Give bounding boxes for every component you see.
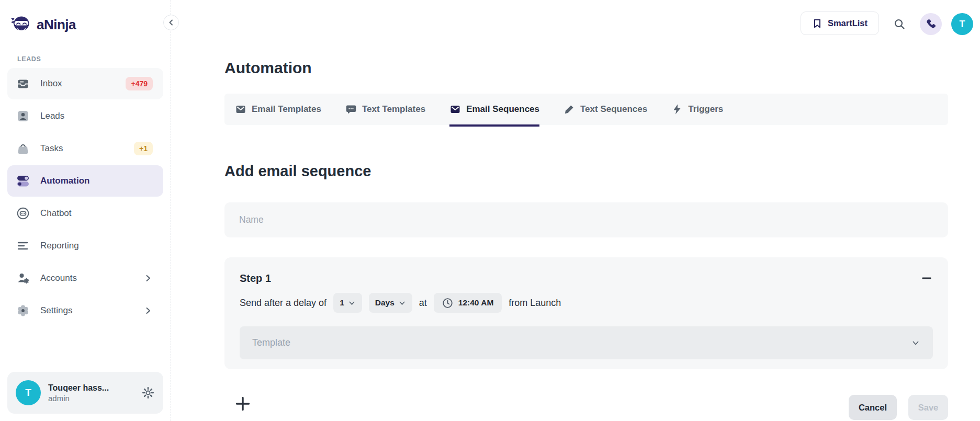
chevron-left-icon bbox=[167, 18, 175, 27]
time-value: 12:40 AM bbox=[458, 298, 493, 308]
tab-text-sequences[interactable]: Text Sequences bbox=[564, 94, 647, 125]
app-name: aNinja bbox=[37, 17, 76, 33]
sequence-name-input[interactable] bbox=[224, 202, 948, 237]
tasks-count-badge: +1 bbox=[134, 142, 153, 155]
sidebar-section-label: LEADS bbox=[17, 55, 163, 63]
app-root: aNinja LEADS Inbox +479 Leads bbox=[0, 0, 980, 421]
sidebar-item-label: Leads bbox=[40, 111, 64, 121]
form-footer: Cancel Save bbox=[224, 395, 948, 420]
automation-icon bbox=[16, 174, 30, 188]
ninja-logo-icon bbox=[10, 16, 30, 33]
form-heading: Add email sequence bbox=[224, 162, 948, 180]
sidebar-item-reporting[interactable]: Reporting bbox=[7, 230, 163, 261]
plus-icon bbox=[234, 395, 251, 412]
user-avatar: T bbox=[16, 380, 41, 405]
tab-text-templates[interactable]: Text Templates bbox=[345, 94, 425, 125]
time-picker[interactable]: 12:40 AM bbox=[434, 293, 502, 313]
delay-unit-select[interactable]: Days bbox=[369, 293, 412, 313]
sidebar-item-settings[interactable]: Settings bbox=[7, 295, 163, 326]
chevron-down-icon bbox=[348, 299, 356, 307]
reporting-icon bbox=[16, 239, 30, 253]
delay-value-select[interactable]: 1 bbox=[333, 293, 362, 313]
collapse-step-button[interactable] bbox=[920, 272, 933, 285]
delay-settings-row: Send after a delay of 1 Days at bbox=[240, 293, 933, 313]
user-role: admin bbox=[48, 394, 109, 403]
email-icon bbox=[235, 104, 246, 115]
topbar: SmartList T bbox=[171, 0, 980, 35]
delay-suffix-text: from Launch bbox=[509, 298, 561, 309]
delay-prefix-text: Send after a delay of bbox=[240, 298, 326, 309]
sidebar-item-chatbot[interactable]: Chatbot bbox=[7, 198, 163, 229]
form-actions: Cancel Save bbox=[849, 395, 948, 420]
at-label: at bbox=[419, 298, 427, 309]
clock-icon bbox=[442, 298, 453, 309]
add-step-button[interactable] bbox=[234, 395, 252, 413]
minus-icon bbox=[921, 273, 932, 283]
chevron-down-icon bbox=[911, 338, 920, 348]
sidebar-item-accounts[interactable]: Accounts bbox=[7, 263, 163, 294]
sidebar-collapse-button[interactable] bbox=[163, 15, 179, 30]
template-placeholder: Template bbox=[252, 337, 290, 348]
chat-icon bbox=[345, 104, 357, 115]
tab-label: Text Sequences bbox=[580, 104, 647, 115]
tab-email-sequences[interactable]: Email Sequences bbox=[449, 94, 539, 125]
sidebar-item-inbox[interactable]: Inbox +479 bbox=[7, 68, 163, 99]
cancel-button[interactable]: Cancel bbox=[849, 395, 897, 420]
user-settings-gear-icon[interactable] bbox=[141, 386, 155, 400]
app-logo[interactable]: aNinja bbox=[7, 8, 163, 39]
leads-icon bbox=[16, 109, 30, 123]
search-icon bbox=[893, 18, 906, 30]
inbox-count-badge: +479 bbox=[126, 77, 153, 90]
pencil-icon bbox=[564, 104, 575, 115]
profile-avatar[interactable]: T bbox=[951, 13, 973, 35]
settings-icon bbox=[16, 304, 30, 317]
step-card: Step 1 Send after a delay of 1 bbox=[224, 257, 948, 369]
sidebar-item-label: Accounts bbox=[40, 273, 77, 283]
step-title: Step 1 bbox=[240, 272, 271, 285]
chevron-down-icon bbox=[398, 299, 406, 307]
tab-label: Email Templates bbox=[252, 104, 321, 115]
sidebar-item-tasks[interactable]: Tasks +1 bbox=[7, 133, 163, 164]
sidebar: aNinja LEADS Inbox +479 Leads bbox=[0, 0, 171, 421]
sidebar-item-label: Reporting bbox=[40, 241, 79, 251]
search-button[interactable] bbox=[888, 13, 910, 35]
sidebar-nav: Inbox +479 Leads Tasks +1 bbox=[7, 68, 163, 326]
lightning-icon bbox=[671, 104, 683, 115]
chevron-right-icon bbox=[143, 306, 153, 315]
tab-triggers[interactable]: Triggers bbox=[671, 94, 723, 125]
user-name: Touqeer hass... bbox=[48, 383, 109, 393]
sidebar-item-label: Settings bbox=[40, 305, 72, 316]
phone-icon bbox=[925, 18, 937, 30]
sidebar-item-automation[interactable]: Automation bbox=[7, 165, 163, 197]
sidebar-item-label: Tasks bbox=[40, 143, 63, 154]
tab-bar: Email Templates Text Templates bbox=[224, 94, 948, 125]
tab-label: Text Templates bbox=[362, 104, 425, 115]
template-select[interactable]: Template bbox=[240, 326, 933, 359]
smartlist-label: SmartList bbox=[828, 18, 868, 28]
email-icon bbox=[449, 104, 461, 115]
tab-label: Email Sequences bbox=[466, 104, 539, 115]
delay-unit: Days bbox=[375, 298, 395, 308]
user-card[interactable]: T Touqeer hass... admin bbox=[7, 372, 163, 414]
smartlist-button[interactable]: SmartList bbox=[801, 12, 879, 35]
main-area: SmartList T Automation bbox=[171, 0, 980, 421]
tasks-icon bbox=[16, 142, 30, 155]
sidebar-item-leads[interactable]: Leads bbox=[7, 100, 163, 132]
tab-email-templates[interactable]: Email Templates bbox=[235, 94, 321, 125]
tab-label: Triggers bbox=[688, 104, 723, 115]
sidebar-item-label: Inbox bbox=[40, 78, 62, 89]
chevron-right-icon bbox=[143, 274, 153, 283]
sidebar-item-label: Chatbot bbox=[40, 208, 72, 219]
page-title: Automation bbox=[224, 59, 948, 77]
accounts-icon bbox=[16, 271, 30, 285]
dialer-button[interactable] bbox=[920, 13, 942, 35]
delay-value: 1 bbox=[340, 298, 344, 308]
chatbot-icon bbox=[16, 207, 30, 220]
step-header: Step 1 bbox=[240, 272, 933, 285]
save-button[interactable]: Save bbox=[908, 395, 948, 420]
sidebar-item-label: Automation bbox=[40, 176, 89, 186]
bookmark-icon bbox=[812, 18, 823, 29]
inbox-icon bbox=[16, 77, 30, 90]
user-meta: Touqeer hass... admin bbox=[48, 383, 109, 403]
content: Automation Email Templates bbox=[171, 35, 980, 420]
